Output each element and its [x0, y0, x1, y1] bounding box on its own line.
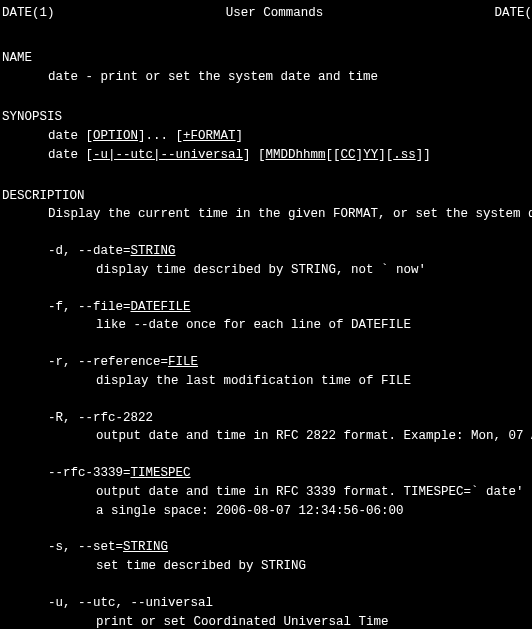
description-intro: Display the current time in the given FO… — [0, 205, 532, 224]
option-u-desc: print or set Coordinated Universal Time — [0, 613, 532, 630]
header-right: DATE( — [494, 4, 532, 23]
option-f-flag: -f, --file=DATEFILE — [0, 298, 532, 317]
option-R-flag: -R, --rfc-2822 — [0, 409, 532, 428]
header-center: User Commands — [55, 4, 495, 23]
section-name-title: NAME — [0, 49, 532, 68]
section-synopsis-title: SYNOPSIS — [0, 108, 532, 127]
option-u-flag: -u, --utc, --universal — [0, 594, 532, 613]
manpage-header: DATE(1) User Commands DATE( — [0, 0, 532, 27]
option-d-desc: display time described by STRING, not ` … — [0, 261, 532, 280]
option-s-desc: set time described by STRING — [0, 557, 532, 576]
option-r-desc: display the last modification time of FI… — [0, 372, 532, 391]
option-d-flag: -d, --date=STRING — [0, 242, 532, 261]
synopsis-line-2: date [-u|--utc|--universal] [MMDDhhmm[[C… — [0, 146, 532, 165]
section-description-title: DESCRIPTION — [0, 187, 532, 206]
option-rfc3339-desc1: output date and time in RFC 3339 format.… — [0, 483, 532, 502]
option-f-desc: like --date once for each line of DATEFI… — [0, 316, 532, 335]
option-r-flag: -r, --reference=FILE — [0, 353, 532, 372]
option-s-flag: -s, --set=STRING — [0, 538, 532, 557]
name-line: date - print or set the system date and … — [0, 68, 532, 87]
option-rfc3339-flag: --rfc-3339=TIMESPEC — [0, 464, 532, 483]
header-left: DATE(1) — [0, 4, 55, 23]
option-rfc3339-desc2: a single space: 2006-08-07 12:34:56-06:0… — [0, 502, 532, 521]
option-R-desc: output date and time in RFC 2822 format.… — [0, 427, 532, 446]
synopsis-line-1: date [OPTION]... [+FORMAT] — [0, 127, 532, 146]
